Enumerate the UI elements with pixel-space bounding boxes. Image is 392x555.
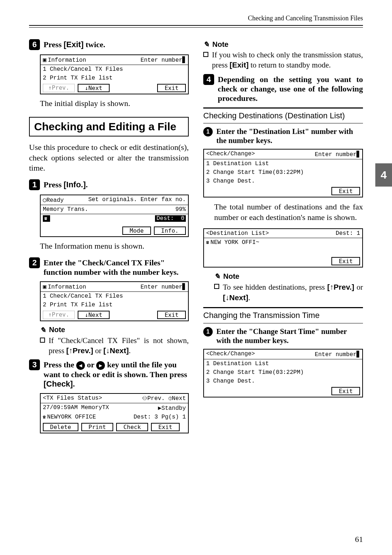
- pencil-icon: ✎: [40, 326, 46, 334]
- subsection-heading: Changing the Transmission Time: [203, 310, 363, 321]
- check-button[interactable]: Check: [116, 423, 148, 431]
- lcd-prompt: Enter number: [140, 56, 186, 64]
- lcd-line: 1 Destination List: [204, 159, 362, 168]
- prev-button[interactable]: ↑Prev.: [43, 84, 75, 92]
- t: .: [73, 379, 75, 388]
- t: .: [129, 346, 131, 355]
- left-column: 6 Press [Exit] twice. Information Enter …: [29, 37, 189, 438]
- t: twice.: [83, 40, 105, 49]
- memory-trans: Memory Trans.: [43, 206, 88, 213]
- t: .: [248, 293, 250, 302]
- left-arrow-icon: ◂: [76, 361, 85, 370]
- section-heading: Checking and Editing a File: [29, 117, 189, 136]
- mode-button[interactable]: Mode: [122, 227, 151, 235]
- exit-button[interactable]: Exit: [331, 187, 360, 195]
- prev-button[interactable]: ↑Prev.: [43, 311, 75, 319]
- next-button[interactable]: ↓Next: [78, 84, 110, 92]
- t: Press: [44, 40, 64, 49]
- file-time: 27/09:59AM MemoryTX: [43, 404, 109, 412]
- lcd-ready: ◯Ready Set originals. Enter fax no. Memo…: [40, 195, 189, 237]
- step-6-text: Press [Exit] twice.: [44, 39, 105, 49]
- exit-button[interactable]: Exit: [331, 257, 360, 265]
- step-1-text: Press [Info.].: [44, 179, 88, 189]
- bullet-box-icon: [203, 52, 208, 57]
- exit-button[interactable]: Exit: [331, 387, 360, 395]
- info-icon: Information: [43, 283, 86, 290]
- right-column: ✎Note If you wish to check only the tran…: [203, 37, 363, 438]
- note-item: If "Check/Cancel TX Files" is not shown,…: [40, 336, 189, 356]
- subsection-rule: [203, 107, 363, 109]
- lcd-destination-list: <Destination List> Dest: 1 NEW YORK OFFI…: [203, 228, 363, 268]
- header-rule-thin: [29, 27, 363, 28]
- exit-button[interactable]: Exit: [157, 311, 186, 319]
- caption: The total number of destinations and the…: [214, 202, 363, 223]
- exit-button[interactable]: Exit: [157, 84, 186, 92]
- dest-icon: [43, 215, 50, 222]
- t: To see hidden destinations, press: [223, 283, 327, 291]
- note-item: If you wish to check only the transmissi…: [203, 50, 363, 70]
- info-button[interactable]: Info.: [154, 227, 186, 235]
- step-number-4: 4: [203, 74, 214, 85]
- t: Press the: [44, 360, 76, 369]
- exit-button[interactable]: Exit: [151, 423, 180, 431]
- step-number-6: 6: [29, 39, 40, 50]
- lcd-tx-status: <TX Files Status> ⦵Prev. ⦶Next 27/09:59A…: [40, 393, 189, 433]
- lcd-title: Information: [48, 57, 86, 64]
- t: or: [85, 360, 96, 369]
- ready-indicator: ◯Ready: [43, 196, 64, 204]
- prev-key: [↑Prev.]: [66, 346, 93, 355]
- next-button[interactable]: ↓Next: [78, 311, 110, 319]
- dest-pages: Dest: 3 Pg(s) 1: [134, 414, 186, 420]
- bullet-box-icon: [40, 338, 45, 343]
- note-item: To see hidden destinations, press [↑Prev…: [214, 282, 363, 303]
- right-arrow-icon: ▸: [96, 361, 105, 370]
- page-number: 61: [355, 535, 363, 544]
- check-key: [Check]: [44, 379, 73, 388]
- lcd-line: 3 Change Dest.: [204, 377, 362, 385]
- pencil-icon: ✎: [203, 40, 209, 49]
- info-key: [Info.]: [64, 180, 86, 189]
- next-key: [↓Next]: [103, 346, 129, 355]
- lcd-nav: ⦵Prev. ⦶Next: [142, 395, 186, 402]
- t: .: [86, 180, 88, 189]
- exit-key: [Exit]: [64, 40, 83, 49]
- lcd-check-change-a: <Check/Change> Enter number 1 Destinatio…: [203, 149, 363, 197]
- circle-number-1: 1: [203, 127, 213, 136]
- lcd-prompt: Enter number: [315, 151, 360, 158]
- lcd-line: 1 Check/Cancel TX Files: [41, 65, 188, 74]
- note-heading: ✎Note: [203, 40, 363, 49]
- lcd-title: <Destination List>: [206, 230, 269, 237]
- substep-1b: 1 Enter the "Change Start Time" number w…: [203, 327, 363, 345]
- intro-paragraph: Use this procedure to check or edit dest…: [29, 142, 189, 174]
- memory-pct: 99%: [175, 206, 186, 213]
- chapter-tab: 4: [375, 163, 392, 187]
- note-heading: ✎Note: [214, 272, 363, 281]
- lcd-line: 2 Change Start Time(03:22PM): [204, 368, 362, 377]
- step-3: 3 Press the ◂ or ▸ key until the file yo…: [29, 359, 189, 389]
- t: to return to standby mode.: [249, 61, 331, 69]
- header-rule: [29, 25, 363, 26]
- step-number-3: 3: [29, 359, 40, 370]
- step-number-1: 1: [29, 179, 40, 190]
- lcd-line: 1 Check/Cancel TX Files: [41, 291, 188, 301]
- pencil-icon: ✎: [214, 272, 220, 281]
- dest-icon: [206, 239, 211, 246]
- exit-key: [Exit]: [229, 61, 249, 69]
- subsection-rule: [203, 323, 363, 323]
- step-2: 2 Enter the "Check/Cancel TX Files" func…: [29, 257, 189, 277]
- lcd-line: 1 Destination List: [204, 359, 362, 368]
- lcd-title: Information: [48, 284, 86, 290]
- dest-count: Dest: 1: [336, 230, 360, 237]
- caption: The Information menu is shown.: [40, 241, 189, 251]
- lcd-check-change-b: <Check/Change> Enter number 1 Destinatio…: [203, 349, 363, 397]
- dest-label: Dest: 0: [155, 215, 186, 222]
- lcd-info-1: Information Enter number 1 Check/Cancel …: [40, 54, 189, 94]
- note-heading: ✎Note: [40, 326, 189, 334]
- delete-button[interactable]: Delete: [43, 423, 78, 431]
- t: Press: [44, 180, 64, 189]
- running-header: Checking and Canceling Transmission File…: [29, 15, 363, 22]
- lcd-prompt: Set originals. Enter fax no.: [88, 196, 186, 204]
- step-3-text: Press the ◂ or ▸ key until the file you …: [44, 359, 189, 389]
- print-button[interactable]: Print: [81, 423, 113, 431]
- lcd-line: 2 Print TX File list: [41, 301, 188, 309]
